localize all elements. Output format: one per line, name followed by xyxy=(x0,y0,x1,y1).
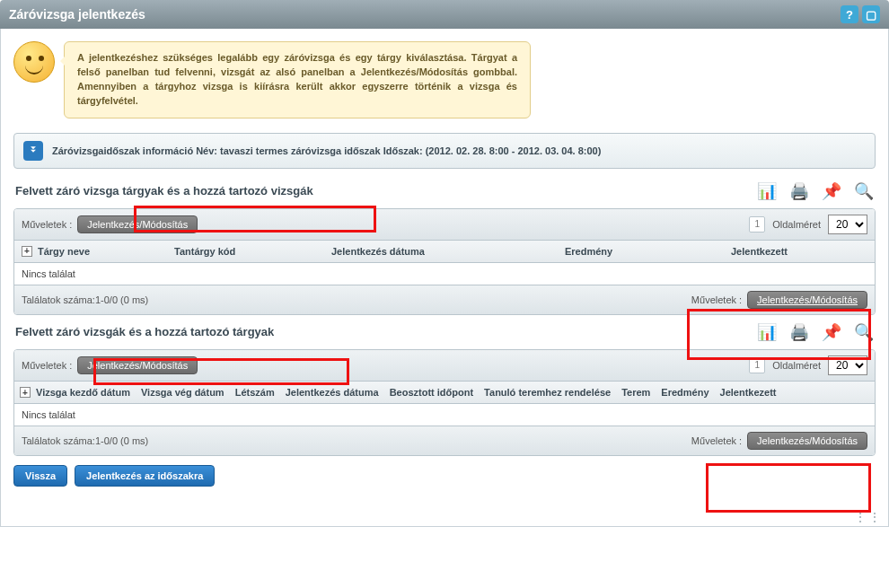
page-number[interactable]: 1 xyxy=(749,357,765,373)
ops-button-apply-modify[interactable]: Jelentkezés/Módosítás xyxy=(77,215,198,233)
back-button[interactable]: Vissza xyxy=(13,465,67,487)
col-exam-start[interactable]: Vizsga kezdő dátum xyxy=(36,387,130,398)
col-capacity[interactable]: Létszám xyxy=(230,382,280,404)
smiley-icon xyxy=(13,41,55,83)
help-icon[interactable]: ? xyxy=(841,5,858,23)
result-count: Találatok száma:1-0/0 (0 ms) xyxy=(22,435,148,446)
section-2-head: Felvett záró vizsgák és a hozzá tartozó … xyxy=(13,320,876,344)
print-icon[interactable]: 🖨️ xyxy=(788,180,811,203)
window-title: Záróvizsga jelentkezés xyxy=(9,7,145,22)
export-xls-icon[interactable]: 📊 xyxy=(755,320,779,344)
col-subject-code[interactable]: Tantárgy kód xyxy=(167,241,324,262)
pagesize-select[interactable]: 20 xyxy=(828,355,867,375)
col-subject-name[interactable]: Tárgy neve xyxy=(38,246,90,257)
expand-row-icon[interactable]: + xyxy=(22,246,32,257)
col-apply-date[interactable]: Jelentkezés dátuma xyxy=(324,241,558,262)
pagesize-select[interactable]: 20 xyxy=(828,215,867,234)
section-1-footer: Találatok száma:1-0/0 (0 ms) Műveletek :… xyxy=(14,285,875,314)
col-student-room[interactable]: Tanuló teremhez rendelése xyxy=(479,382,616,404)
ops-label: Műveletek : xyxy=(22,219,72,230)
section-1-columns: +Tárgy neve Tantárgy kód Jelentkezés dát… xyxy=(14,241,875,263)
section-1-title: Felvett záró vizsga tárgyak és a hozzá t… xyxy=(13,180,315,201)
titlebar-actions: ? ▢ xyxy=(841,5,880,23)
page-number[interactable]: 1 xyxy=(749,216,765,233)
col-applied[interactable]: Jelentkezett xyxy=(724,241,875,262)
section-2-panel: Műveletek : Jelentkezés/Módosítás 1 Olda… xyxy=(13,349,876,457)
section-1-empty: Nincs találat xyxy=(14,263,875,285)
col-room[interactable]: Terem xyxy=(616,382,656,404)
footer-ops-label: Műveletek : xyxy=(691,294,742,305)
result-count: Találatok száma:1-0/0 (0 ms) xyxy=(22,294,148,305)
section-2-footer: Találatok száma:1-0/0 (0 ms) Műveletek :… xyxy=(14,426,875,455)
col-result[interactable]: Eredmény xyxy=(558,241,724,262)
search-icon[interactable]: 🔍 xyxy=(852,320,876,344)
expand-row-icon[interactable]: + xyxy=(20,387,31,398)
pager: 1 Oldalméret 20 xyxy=(749,215,867,234)
window-content: A jelentkezéshez szükséges legalább egy … xyxy=(0,29,889,527)
section-1-toolbar: 📊 🖨️ 📌 🔍 xyxy=(755,180,876,203)
section-2-empty: Nincs találat xyxy=(14,404,875,426)
footer-apply-modify-button[interactable]: Jelentkezés/Módosítás xyxy=(747,432,867,450)
window-titlebar: Záróvizsga jelentkezés ? ▢ xyxy=(0,0,889,29)
print-icon[interactable]: 🖨️ xyxy=(788,320,811,344)
expand-icon[interactable] xyxy=(23,141,43,161)
footer-apply-modify-button[interactable]: Jelentkezés/Módosítás xyxy=(747,291,867,309)
section-2-columns: +Vizsga kezdő dátum Vizsga vég dátum Lét… xyxy=(14,382,875,405)
section-1-panel: Műveletek : Jelentkezés/Módosítás 1 Olda… xyxy=(13,208,876,315)
section-1-head: Felvett záró vizsga tárgyak és a hozzá t… xyxy=(13,180,876,203)
hint-balloon: A jelentkezéshez szükséges legalább egy … xyxy=(64,41,531,118)
ops-label: Műveletek : xyxy=(22,360,72,371)
pagesize-label: Oldalméret xyxy=(772,219,821,230)
action-buttons: Vissza Jelentkezés az időszakra xyxy=(13,465,876,487)
period-info-bar[interactable]: Záróvizsgaidőszak információ Név: tavasz… xyxy=(13,133,876,169)
search-icon[interactable]: 🔍 xyxy=(852,180,876,203)
ops-button-apply-modify[interactable]: Jelentkezés/Módosítás xyxy=(77,356,198,374)
hint-text: A jelentkezéshez szükséges legalább egy … xyxy=(77,52,517,106)
section-2-title: Felvett záró vizsgák és a hozzá tartozó … xyxy=(13,321,276,342)
pager: 1 Oldalméret 20 xyxy=(749,355,867,375)
section-2-toolbar: 📊 🖨️ 📌 🔍 xyxy=(755,320,876,344)
col-result[interactable]: Eredmény xyxy=(656,382,714,404)
pagesize-label: Oldalméret xyxy=(772,360,821,371)
col-scheduled-time[interactable]: Beosztott időpont xyxy=(384,382,479,404)
col-exam-end[interactable]: Vizsga vég dátum xyxy=(136,382,230,404)
apply-period-button[interactable]: Jelentkezés az időszakra xyxy=(75,465,215,487)
footer-ops-label: Műveletek : xyxy=(691,435,742,446)
export-xls-icon[interactable]: 📊 xyxy=(755,180,779,203)
col-apply-date[interactable]: Jelentkezés dátuma xyxy=(280,382,384,404)
resize-handle-icon[interactable]: ⋮⋮ xyxy=(1,506,888,526)
section-1-panel-bar: Műveletek : Jelentkezés/Módosítás 1 Olda… xyxy=(14,209,875,241)
col-applied[interactable]: Jelentkezett xyxy=(715,382,782,404)
section-2-panel-bar: Műveletek : Jelentkezés/Módosítás 1 Olda… xyxy=(14,350,875,382)
period-info-text: Záróvizsgaidőszak információ Név: tavasz… xyxy=(52,145,601,156)
pin-icon[interactable]: 📌 xyxy=(820,180,843,203)
maximize-icon[interactable]: ▢ xyxy=(862,5,880,23)
hint-row: A jelentkezéshez szükséges legalább egy … xyxy=(13,41,876,118)
pin-icon[interactable]: 📌 xyxy=(820,320,843,344)
